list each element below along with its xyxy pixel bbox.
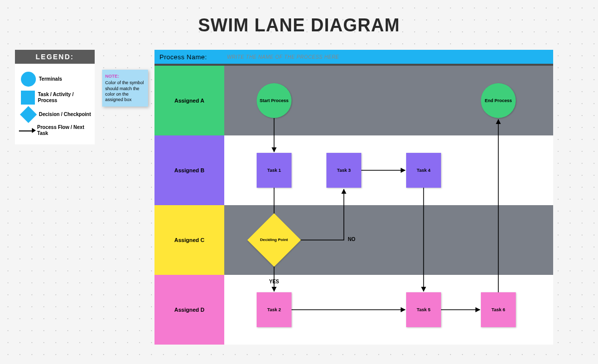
process-name-field[interactable]: WRITE THE NAME OF THE PROCESS HERE (227, 54, 339, 60)
lane-b-label[interactable]: Assigned B (154, 135, 224, 205)
edge-label-no: NO (348, 237, 355, 242)
legend-flow-label: Process Flow / Next Task (37, 124, 92, 136)
process-name-label: Process Name: (159, 53, 207, 61)
edge-label-yes: YES (269, 279, 279, 284)
page-title: SWIM LANE DIAGRAM (0, 15, 598, 36)
node-task2[interactable]: Task 2 (257, 292, 292, 327)
node-task3[interactable]: Task 3 (326, 153, 361, 188)
arrow-icon (19, 128, 36, 133)
note-header: NOTE: (105, 74, 145, 79)
lane-c-label[interactable]: Assigned C (154, 205, 224, 275)
node-end[interactable]: End Process (481, 83, 516, 118)
node-task6[interactable]: Task 6 (481, 292, 516, 327)
legend-panel: LEGEND: Terminals Task / Activity / Proc… (15, 50, 95, 144)
node-task1[interactable]: Task 1 (257, 153, 292, 188)
legend-row-task: Task / Activity / Process (18, 91, 92, 105)
swimlane-container: Process Name: WRITE THE NAME OF THE PROC… (154, 50, 553, 345)
node-deciding[interactable]: Deciding Point (247, 213, 300, 266)
legend-terminal-label: Terminals (39, 76, 62, 82)
node-task5[interactable]: Task 5 (406, 292, 441, 327)
legend-row-terminal: Terminals (18, 72, 92, 87)
lane-d-label[interactable]: Assigned D (154, 275, 224, 345)
note-body: Color of the symbol should match the col… (105, 80, 145, 103)
node-start[interactable]: Start Process (257, 83, 292, 118)
process-name-bar: Process Name: WRITE THE NAME OF THE PROC… (154, 50, 553, 64)
lanes-area: Assigned A Assigned B Assigned C Assigne… (154, 66, 553, 345)
node-task4[interactable]: Task 4 (406, 153, 441, 188)
terminal-icon (21, 72, 36, 87)
note-sticky[interactable]: NOTE: Color of the symbol should match t… (102, 70, 148, 107)
legend-decision-label: Decision / Checkpoint (39, 112, 91, 118)
edge-deciding-task3 (293, 189, 344, 240)
decision-icon (20, 106, 37, 123)
task-icon (21, 91, 35, 105)
legend-row-decision: Decision / Checkpoint (18, 109, 92, 121)
legend-task-label: Task / Activity / Process (38, 92, 92, 104)
legend-row-flow: Process Flow / Next Task (18, 124, 92, 136)
legend-body: Terminals Task / Activity / Process Deci… (15, 64, 95, 144)
lane-a-label[interactable]: Assigned A (154, 66, 224, 135)
diagram-stage: Start Process End Process Task 1 Task 3 … (224, 66, 553, 345)
legend-header: LEGEND: (15, 50, 95, 64)
